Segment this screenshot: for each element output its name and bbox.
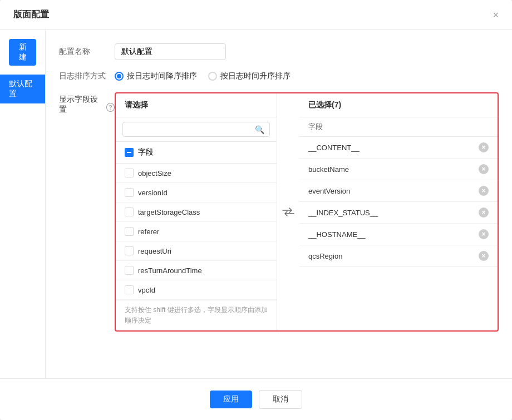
modal-title: 版面配置 [13,9,49,21]
sort-method-row: 日志排序方式 按日志时间降序排序 按日志时间升序排序 [59,71,499,81]
modal-header: 版面配置 × [0,0,512,30]
field-checkbox[interactable] [125,169,134,177]
field-label: vpcId [138,286,155,294]
list-item[interactable]: versionId [116,183,277,202]
sort-asc-label: 按日志时间升序排序 [220,71,291,81]
sort-asc-radio[interactable] [208,72,217,81]
sort-desc-option[interactable]: 按日志时间降序排序 [115,71,197,81]
field-checkbox[interactable] [125,188,134,197]
field-label: versionId [138,189,168,197]
select-all-checkbox[interactable] [125,148,134,157]
hint-text: 支持按住 shift 键进行多选，字段显示顺序由添加顺序决定 [116,300,277,330]
modal-footer: 应用 取消 [0,378,512,420]
sort-desc-label: 按日志时间降序排序 [127,71,197,81]
field-search-input[interactable] [122,122,270,137]
field-label: resTurnAroundTime [138,266,202,275]
config-name-label: 配置名称 [59,47,115,57]
field-label: targetStorageClass [138,208,200,216]
selected-item: __INDEX_STATUS__ × [299,202,498,224]
left-panel: 请选择 🔍 字段 objectSize [116,93,277,330]
sidebar: 新建 默认配置 [0,30,46,378]
list-item[interactable]: targetStorageClass [116,202,277,222]
remove-button[interactable]: × [479,251,489,261]
new-button[interactable]: 新建 [9,39,36,66]
selected-item-name: __INDEX_STATUS__ [308,209,378,217]
remove-button[interactable]: × [479,142,489,152]
field-checkbox[interactable] [125,207,134,216]
field-checkbox[interactable] [125,246,134,255]
list-item[interactable]: resTurnAroundTime [116,261,277,280]
right-panel: 已选择(7) 字段 __CONTENT__ × bucketName × [299,93,498,330]
selected-item-name: bucketName [308,165,349,174]
sidebar-item-default[interactable]: 默认配置 [0,75,45,103]
selected-item: bucketName × [299,159,498,180]
search-box: 🔍 [116,117,277,142]
field-label: objectSize [138,169,171,177]
remove-button[interactable]: × [479,186,489,196]
field-settings-label: 显示字段设置 [59,95,103,115]
remove-button[interactable]: × [479,229,489,239]
selected-item: qcsRegion × [299,245,498,267]
config-name-row: 配置名称 [59,43,499,60]
selected-list: __CONTENT__ × bucketName × eventVersion … [299,137,498,330]
sort-radio-group: 按日志时间降序排序 按日志时间升序排序 [115,71,291,81]
right-panel-col-label: 字段 [299,117,498,137]
sidebar-item-label: 默认配置 [9,79,32,98]
sort-asc-option[interactable]: 按日志时间升序排序 [208,71,291,81]
selected-item: __HOSTNAME__ × [299,224,498,245]
selected-item-name: eventVersion [308,187,350,195]
right-panel-header: 已选择(7) [299,93,498,117]
field-checkbox[interactable] [125,266,134,275]
field-list: objectSize versionId targetStorageClass [116,164,277,300]
transfer-arrow-button[interactable] [277,93,299,330]
selected-item: __CONTENT__ × [299,137,498,159]
list-item[interactable]: objectSize [116,164,277,183]
modal-container: 版面配置 × 新建 默认配置 配置名称 日志排序方式 [0,0,512,420]
field-checkbox[interactable] [125,227,134,236]
selected-item-name: __CONTENT__ [308,144,360,152]
list-item[interactable]: vpcId [116,280,277,300]
sort-desc-radio[interactable] [115,72,124,81]
sort-method-label: 日志排序方式 [59,71,115,81]
close-button[interactable]: × [493,10,499,20]
search-icon: 🔍 [255,125,264,134]
modal-body: 新建 默认配置 配置名称 日志排序方式 按日志时间降序排序 [0,30,512,378]
field-panel: 请选择 🔍 字段 objectSize [115,92,499,332]
field-settings-row: 显示字段设置 ? 请选择 🔍 字段 [59,92,499,332]
remove-button[interactable]: × [479,164,489,174]
field-label: requestUri [138,247,171,255]
cancel-button[interactable]: 取消 [259,390,302,409]
apply-button[interactable]: 应用 [210,391,252,408]
field-group-label: 字段 [138,147,154,157]
left-panel-header: 请选择 [116,93,277,117]
field-label: referer [138,228,159,236]
field-checkbox[interactable] [125,285,134,294]
list-item[interactable]: requestUri [116,241,277,261]
list-item[interactable]: referer [116,222,277,241]
field-group-header: 字段 [116,142,277,164]
help-icon[interactable]: ? [106,103,115,112]
remove-button[interactable]: × [479,207,489,218]
content-area: 配置名称 日志排序方式 按日志时间降序排序 按日志时间升序排序 [46,30,512,378]
selected-item-name: qcsRegion [308,252,342,260]
config-name-input[interactable] [115,43,226,60]
selected-item: eventVersion × [299,180,498,202]
selected-item-name: __HOSTNAME__ [308,230,366,239]
